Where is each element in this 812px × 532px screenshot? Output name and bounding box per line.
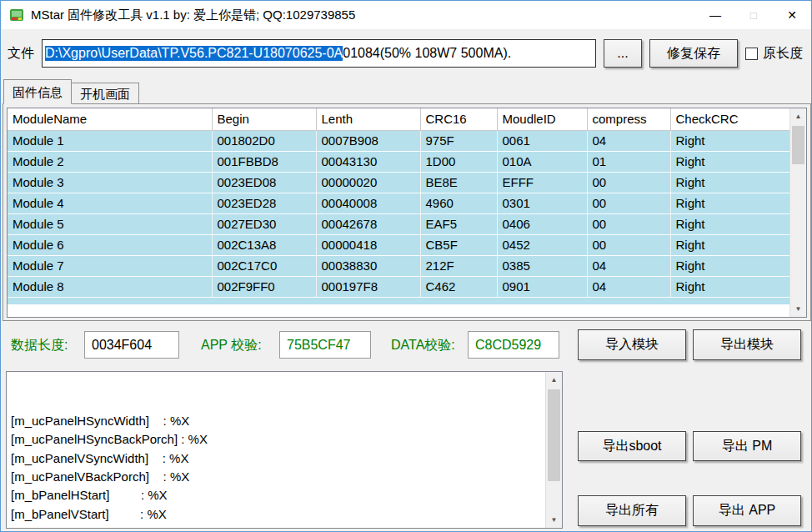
cell-begin: 001802D0 [212,130,316,151]
column-header[interactable]: compress [587,108,670,130]
log-scrollbar[interactable]: ▲ ▼ [545,372,562,528]
column-header[interactable]: Begin [212,108,316,130]
file-path-input[interactable]: D:\Xgpro\UserData\TP.V56.PC821-U18070625… [42,39,596,68]
table-row[interactable]: Module 8 002F9FF0 000197F8 C462 0901 04 … [8,276,789,297]
app-icon [8,7,25,23]
log-output[interactable]: [m_ucPanelHSyncWidth] : %X[m_ucPanelHSyn… [11,374,544,526]
cell-module-name: Module 7 [8,255,212,276]
cell-crc16: EAF5 [420,213,497,234]
titlebar: MStar 固件修改工具 v1.1 by: 爱上你是错; QQ:10297398… [1,1,811,29]
browse-button[interactable]: ... [604,39,642,68]
table-header-row: ModuleNameBeginLenthCRC16MoudleIDcompres… [8,108,789,130]
cell-crc16: 212F [420,255,497,276]
cell-lenth: 00042678 [316,213,420,234]
window-title: MStar 固件修改工具 v1.1 by: 爱上你是错; QQ:10297398… [31,8,355,23]
import-module-button[interactable]: 导入模块 [578,329,686,360]
scrollbar-thumb[interactable] [792,126,804,164]
cell-compress: 04 [587,276,670,297]
cell-crc16: BE8E [420,172,497,193]
column-header[interactable]: MoudleID [497,108,587,130]
log-line: [m_bPanelHStart] : %X [11,486,544,504]
cell-begin: 002F9FF0 [212,276,316,297]
scroll-up-icon[interactable]: ▲ [790,108,806,124]
tab-firmware-info[interactable]: 固件信息 [3,79,72,104]
data-length-field[interactable]: 0034F604 [84,331,179,359]
cell-module-name: Module 8 [8,276,212,297]
cell-begin: 0023ED08 [212,172,316,193]
scroll-down-icon[interactable]: ▼ [546,512,562,528]
cell-checkcrc: Right [670,193,789,213]
cell-begin: 001FBBD8 [212,151,316,172]
column-header[interactable]: CheckCRC [670,108,789,130]
log-line: [m_ucPanelHSyncWidth] : %X [11,412,544,430]
tab-strip: 固件信息 开机画面 [3,79,139,104]
cell-module-name: Module 4 [8,193,212,213]
close-button[interactable]: ✕ [773,1,811,29]
table-row[interactable]: Module 5 0027ED30 00042678 EAF5 0406 00 … [8,213,789,234]
data-length-label: 数据长度: [11,329,68,361]
cell-begin: 002C17C0 [212,255,316,276]
data-checksum-field[interactable]: C8CD5929 [468,331,559,359]
file-row: 文件 D:\Xgpro\UserData\TP.V56.PC821-U18070… [1,31,811,76]
cell-checkcrc: Right [670,234,789,255]
table-scrollbar[interactable]: ▲ ▼ [789,108,806,317]
original-length-checkbox[interactable]: 原长度 [745,45,804,63]
file-path-selected-text: D:\Xgpro\UserData\TP.V56.PC821-U18070625… [45,46,343,61]
cell-compress: 04 [587,130,670,151]
log-line: [m_bPanelVStart] : %X [11,505,544,524]
cell-lenth: 000197F8 [316,276,420,297]
app-checksum-label: APP 校验: [201,329,262,361]
cell-checkcrc: Right [670,255,789,276]
minimize-button[interactable]: — [696,1,734,29]
log-box: [m_ucPanelHSyncWidth] : %X[m_ucPanelHSyn… [6,371,563,529]
table-row-partial [8,298,789,304]
repair-save-button[interactable]: 修复保存 [649,39,738,68]
table-row[interactable]: Module 4 0023ED28 00040008 4960 0301 00 … [8,193,789,213]
cell-moudleid: 010A [497,151,587,172]
checkbox-label: 原长度 [763,45,803,63]
column-header[interactable]: CRC16 [420,108,497,130]
cell-module-name: Module 1 [8,130,212,151]
cell-lenth: 00000418 [316,234,420,255]
file-path-rest-text: 01084(50% 108W7 500MA). [343,46,511,61]
table-row[interactable]: Module 3 0023ED08 00000020 BE8E EFFF 00 … [8,172,789,193]
firmware-info-panel: ModuleNameBeginLenthCRC16MoudleIDcompres… [3,103,811,321]
cell-begin: 0027ED30 [212,213,316,234]
export-all-button[interactable]: 导出所有 [578,495,686,526]
scroll-up-icon[interactable]: ▲ [546,372,562,388]
cell-checkcrc: Right [670,151,789,172]
app-window: MStar 固件修改工具 v1.1 by: 爱上你是错; QQ:10297398… [0,0,812,532]
cell-moudleid: 0301 [497,193,587,213]
cell-compress: 04 [587,255,670,276]
cell-begin: 002C13A8 [212,234,316,255]
app-checksum-field[interactable]: 75B5CF47 [279,331,371,359]
tab-boot-screen[interactable]: 开机画面 [72,83,139,104]
cell-crc16: 1D00 [420,151,497,172]
checkbox-box-icon [745,48,758,60]
export-pm-button[interactable]: 导出 PM [693,431,801,461]
cell-lenth: 00038830 [316,255,420,276]
table-row[interactable]: Module 1 001802D0 0007B908 975F 0061 04 … [8,130,789,151]
cell-crc16: C462 [420,276,497,297]
column-header[interactable]: Lenth [316,108,420,130]
cell-crc16: CB5F [420,234,497,255]
export-sboot-button[interactable]: 导出sboot [578,431,686,461]
cell-module-name: Module 3 [8,172,212,193]
cell-lenth: 00040008 [316,193,420,213]
cell-checkcrc: Right [670,172,789,193]
export-module-button[interactable]: 导出模块 [693,329,801,360]
cell-compress: 01 [587,151,670,172]
table-row[interactable]: Module 7 002C17C0 00038830 212F 0385 04 … [8,255,789,276]
column-header[interactable]: ModuleName [8,108,212,130]
cell-module-name: Module 6 [8,234,212,255]
table-row[interactable]: Module 2 001FBBD8 00043130 1D00 010A 01 … [8,151,789,172]
cell-compress: 00 [587,172,670,193]
log-line: [m_ucPanelHSyncBackPorch] : %X [11,430,544,449]
scrollbar-thumb[interactable] [548,389,560,481]
data-checksum-label: DATA校验: [391,329,455,361]
cell-checkcrc: Right [670,213,789,234]
table-row[interactable]: Module 6 002C13A8 00000418 CB5F 0452 00 … [8,234,789,255]
export-app-button[interactable]: 导出 APP [693,495,801,526]
maximize-button[interactable]: □ [734,1,773,29]
scroll-down-icon[interactable]: ▼ [790,301,806,317]
